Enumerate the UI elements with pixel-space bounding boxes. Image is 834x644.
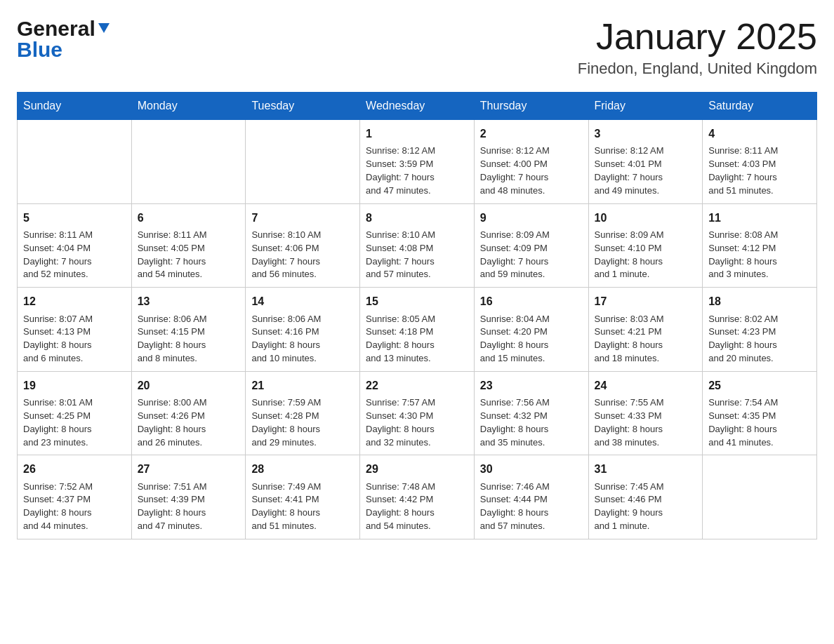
day-number: 23: [480, 377, 583, 394]
day-info: Sunrise: 7:57 AMSunset: 4:30 PMDaylight:…: [366, 396, 468, 449]
day-info: Sunrise: 8:00 AMSunset: 4:26 PMDaylight:…: [138, 396, 240, 449]
day-info: Sunrise: 8:06 AMSunset: 4:16 PMDaylight:…: [251, 313, 354, 365]
day-number: 26: [23, 461, 126, 477]
day-info: Sunrise: 8:04 AMSunset: 4:20 PMDaylight:…: [480, 313, 583, 365]
day-number: 14: [251, 293, 354, 309]
calendar-cell: 11Sunrise: 8:08 AMSunset: 4:12 PMDayligh…: [703, 203, 817, 288]
day-info: Sunrise: 8:11 AMSunset: 4:04 PMDaylight:…: [23, 229, 126, 281]
day-info: Sunrise: 8:09 AMSunset: 4:09 PMDaylight:…: [480, 229, 583, 281]
calendar-week-row: 1Sunrise: 8:12 AMSunset: 3:59 PMDaylight…: [18, 120, 817, 204]
col-header-wednesday: Wednesday: [360, 93, 475, 120]
day-number: 8: [366, 210, 468, 226]
day-info: Sunrise: 8:10 AMSunset: 4:08 PMDaylight:…: [366, 229, 468, 281]
day-info: Sunrise: 7:56 AMSunset: 4:32 PMDaylight:…: [480, 396, 583, 449]
day-number: 1: [366, 126, 468, 142]
calendar-cell: 28Sunrise: 7:49 AMSunset: 4:41 PMDayligh…: [246, 455, 360, 539]
day-info: Sunrise: 7:45 AMSunset: 4:46 PMDaylight:…: [595, 481, 697, 533]
day-number: 11: [708, 210, 811, 226]
day-info: Sunrise: 7:51 AMSunset: 4:39 PMDaylight:…: [138, 481, 240, 533]
calendar-cell: [703, 455, 817, 539]
day-number: 27: [138, 461, 240, 477]
calendar-cell: 9Sunrise: 8:09 AMSunset: 4:09 PMDaylight…: [474, 203, 588, 288]
day-number: 6: [138, 210, 240, 226]
calendar-table: SundayMondayTuesdayWednesdayThursdayFrid…: [17, 92, 817, 539]
day-number: 28: [251, 461, 354, 477]
day-info: Sunrise: 8:07 AMSunset: 4:13 PMDaylight:…: [23, 313, 126, 365]
day-info: Sunrise: 8:11 AMSunset: 4:03 PMDaylight:…: [708, 145, 811, 197]
day-number: 17: [595, 293, 697, 309]
day-info: Sunrise: 8:05 AMSunset: 4:18 PMDaylight:…: [366, 313, 468, 365]
calendar-week-row: 26Sunrise: 7:52 AMSunset: 4:37 PMDayligh…: [18, 455, 817, 539]
logo: General Blue: [17, 17, 111, 62]
calendar-week-row: 12Sunrise: 8:07 AMSunset: 4:13 PMDayligh…: [18, 288, 817, 372]
day-number: 10: [595, 210, 697, 226]
day-number: 30: [480, 461, 583, 477]
day-number: 2: [480, 126, 583, 142]
day-number: 24: [595, 377, 697, 394]
day-info: Sunrise: 8:12 AMSunset: 4:00 PMDaylight:…: [480, 145, 583, 197]
calendar-cell: 14Sunrise: 8:06 AMSunset: 4:16 PMDayligh…: [246, 288, 360, 372]
day-number: 13: [138, 293, 240, 309]
day-info: Sunrise: 8:12 AMSunset: 3:59 PMDaylight:…: [366, 145, 468, 197]
day-number: 5: [23, 210, 126, 226]
title-section: January 2025 Finedon, England, United Ki…: [578, 17, 817, 78]
day-number: 15: [366, 293, 468, 309]
day-number: 22: [366, 377, 468, 394]
day-info: Sunrise: 7:59 AMSunset: 4:28 PMDaylight:…: [251, 396, 354, 449]
day-number: 25: [708, 377, 811, 394]
calendar-title: January 2025: [578, 17, 817, 57]
calendar-cell: 18Sunrise: 8:02 AMSunset: 4:23 PMDayligh…: [703, 288, 817, 372]
calendar-cell: 7Sunrise: 8:10 AMSunset: 4:06 PMDaylight…: [246, 203, 360, 288]
col-header-friday: Friday: [588, 93, 703, 120]
day-number: 16: [480, 293, 583, 309]
day-info: Sunrise: 7:54 AMSunset: 4:35 PMDaylight:…: [708, 396, 811, 449]
calendar-cell: 2Sunrise: 8:12 AMSunset: 4:00 PMDaylight…: [474, 120, 588, 204]
day-info: Sunrise: 8:03 AMSunset: 4:21 PMDaylight:…: [595, 313, 697, 365]
day-info: Sunrise: 7:55 AMSunset: 4:33 PMDaylight:…: [595, 396, 697, 449]
calendar-cell: 16Sunrise: 8:04 AMSunset: 4:20 PMDayligh…: [474, 288, 588, 372]
calendar-cell: 26Sunrise: 7:52 AMSunset: 4:37 PMDayligh…: [18, 455, 132, 539]
col-header-monday: Monday: [131, 93, 246, 120]
day-info: Sunrise: 7:49 AMSunset: 4:41 PMDaylight:…: [251, 481, 354, 533]
col-header-tuesday: Tuesday: [246, 93, 360, 120]
day-number: 31: [595, 461, 697, 477]
page-header: General Blue January 2025 Finedon, Engla…: [17, 17, 817, 78]
calendar-header-row: SundayMondayTuesdayWednesdayThursdayFrid…: [18, 93, 817, 120]
day-info: Sunrise: 8:02 AMSunset: 4:23 PMDaylight:…: [708, 313, 811, 365]
day-number: 18: [708, 293, 811, 309]
calendar-cell: 8Sunrise: 8:10 AMSunset: 4:08 PMDaylight…: [360, 203, 475, 288]
day-info: Sunrise: 8:12 AMSunset: 4:01 PMDaylight:…: [595, 145, 697, 197]
calendar-cell: [18, 120, 132, 204]
calendar-cell: 12Sunrise: 8:07 AMSunset: 4:13 PMDayligh…: [18, 288, 132, 372]
logo-blue-text: Blue: [17, 38, 62, 62]
day-info: Sunrise: 8:09 AMSunset: 4:10 PMDaylight:…: [595, 229, 697, 281]
logo-triangle-icon: [97, 20, 111, 34]
calendar-cell: 25Sunrise: 7:54 AMSunset: 4:35 PMDayligh…: [703, 371, 817, 455]
calendar-cell: 19Sunrise: 8:01 AMSunset: 4:25 PMDayligh…: [18, 371, 132, 455]
svg-marker-0: [98, 23, 110, 33]
day-info: Sunrise: 7:48 AMSunset: 4:42 PMDaylight:…: [366, 481, 468, 533]
calendar-cell: 23Sunrise: 7:56 AMSunset: 4:32 PMDayligh…: [474, 371, 588, 455]
day-number: 19: [23, 377, 126, 394]
calendar-cell: 21Sunrise: 7:59 AMSunset: 4:28 PMDayligh…: [246, 371, 360, 455]
calendar-cell: 31Sunrise: 7:45 AMSunset: 4:46 PMDayligh…: [588, 455, 703, 539]
day-number: 12: [23, 293, 126, 309]
calendar-cell: 4Sunrise: 8:11 AMSunset: 4:03 PMDaylight…: [703, 120, 817, 204]
day-info: Sunrise: 7:52 AMSunset: 4:37 PMDaylight:…: [23, 481, 126, 533]
calendar-cell: 20Sunrise: 8:00 AMSunset: 4:26 PMDayligh…: [131, 371, 246, 455]
day-info: Sunrise: 8:01 AMSunset: 4:25 PMDaylight:…: [23, 396, 126, 449]
calendar-week-row: 5Sunrise: 8:11 AMSunset: 4:04 PMDaylight…: [18, 203, 817, 288]
day-info: Sunrise: 8:08 AMSunset: 4:12 PMDaylight:…: [708, 229, 811, 281]
day-info: Sunrise: 8:11 AMSunset: 4:05 PMDaylight:…: [138, 229, 240, 281]
day-info: Sunrise: 8:10 AMSunset: 4:06 PMDaylight:…: [251, 229, 354, 281]
calendar-cell: 15Sunrise: 8:05 AMSunset: 4:18 PMDayligh…: [360, 288, 475, 372]
day-number: 20: [138, 377, 240, 394]
calendar-cell: 30Sunrise: 7:46 AMSunset: 4:44 PMDayligh…: [474, 455, 588, 539]
calendar-cell: 22Sunrise: 7:57 AMSunset: 4:30 PMDayligh…: [360, 371, 475, 455]
calendar-cell: 10Sunrise: 8:09 AMSunset: 4:10 PMDayligh…: [588, 203, 703, 288]
day-info: Sunrise: 7:46 AMSunset: 4:44 PMDaylight:…: [480, 481, 583, 533]
col-header-thursday: Thursday: [474, 93, 588, 120]
calendar-cell: 5Sunrise: 8:11 AMSunset: 4:04 PMDaylight…: [18, 203, 132, 288]
calendar-cell: 24Sunrise: 7:55 AMSunset: 4:33 PMDayligh…: [588, 371, 703, 455]
calendar-cell: 29Sunrise: 7:48 AMSunset: 4:42 PMDayligh…: [360, 455, 475, 539]
